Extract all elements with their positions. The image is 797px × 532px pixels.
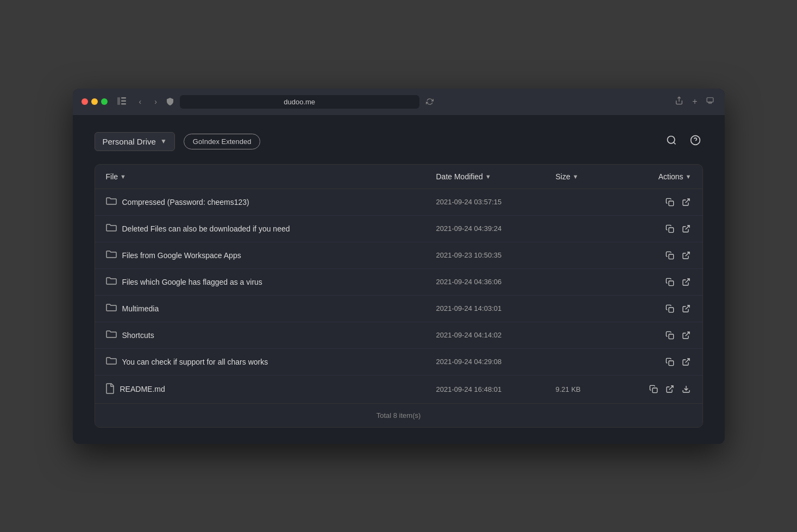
date-cell: 2021-09-23 10:50:35 <box>436 251 556 259</box>
copy-link-button[interactable] <box>664 356 675 367</box>
size-sort-arrow: ▼ <box>573 173 579 180</box>
open-external-button[interactable] <box>681 277 692 287</box>
open-external-button[interactable] <box>664 384 675 395</box>
minimize-traffic-light[interactable] <box>91 98 98 105</box>
actions-cell <box>621 223 692 234</box>
table-row[interactable]: Files from Google Workspace Apps 2021-09… <box>95 242 702 269</box>
share-button[interactable] <box>673 95 686 108</box>
file-icon <box>106 383 115 396</box>
svg-line-20 <box>685 305 689 309</box>
svg-line-24 <box>685 359 689 362</box>
file-name: Multimedia <box>106 303 436 314</box>
actions-cell <box>621 277 692 287</box>
file-name-text: Files which Google has flagged as a viru… <box>122 278 262 286</box>
total-items-label: Total 8 item(s) <box>376 411 421 420</box>
folder-icon <box>106 277 117 287</box>
copy-link-button[interactable] <box>664 303 675 314</box>
table-header: File ▼ Date Modified ▼ Size ▼ Actions ▼ <box>95 165 702 189</box>
date-column-header[interactable]: Date Modified ▼ <box>436 172 556 181</box>
address-bar[interactable] <box>180 95 419 109</box>
date-cell: 2021-09-24 16:48:01 <box>436 385 556 393</box>
goindex-badge[interactable]: GoIndex Extended <box>184 134 261 149</box>
file-name-text: Shortcuts <box>122 331 154 340</box>
help-button[interactable] <box>688 133 703 151</box>
table-row[interactable]: Compressed (Password: cheems123) 2021-09… <box>95 189 702 216</box>
file-name: Files from Google Workspace Apps <box>106 250 436 260</box>
svg-point-7 <box>667 136 674 143</box>
svg-rect-25 <box>652 388 657 393</box>
browser-window: ‹ › + <box>73 89 725 444</box>
sidebar-toggle-button[interactable] <box>114 96 129 108</box>
new-tab-button[interactable]: + <box>690 96 699 108</box>
open-external-button[interactable] <box>681 330 692 341</box>
file-icon <box>106 383 115 394</box>
open-external-button[interactable] <box>681 356 692 367</box>
open-external-button[interactable] <box>681 303 692 314</box>
download-icon <box>682 385 691 393</box>
file-column-header[interactable]: File ▼ <box>106 172 436 181</box>
svg-rect-21 <box>669 334 674 339</box>
folder-icon <box>106 197 117 205</box>
drive-selector[interactable]: Personal Drive ▼ <box>95 132 175 151</box>
copy-link-button[interactable] <box>664 277 675 287</box>
table-row[interactable]: README.md 2021-09-24 16:48:01 9.21 KB <box>95 375 702 403</box>
folder-icon <box>106 223 117 232</box>
open-external-button[interactable] <box>681 223 692 234</box>
copy-icon <box>666 358 674 366</box>
file-name-text: Multimedia <box>122 304 159 313</box>
table-footer: Total 8 item(s) <box>95 403 702 427</box>
download-button[interactable] <box>681 384 692 395</box>
copy-link-button[interactable] <box>664 250 675 261</box>
copy-link-button[interactable] <box>664 330 675 341</box>
copy-link-button[interactable] <box>664 223 675 234</box>
file-name-text: Compressed (Password: cheems123) <box>122 198 249 206</box>
date-cell: 2021-09-24 04:29:08 <box>436 358 556 366</box>
svg-line-14 <box>685 226 689 229</box>
table-row[interactable]: You can check if support for all chars w… <box>95 349 702 375</box>
back-button[interactable]: ‹ <box>136 96 145 107</box>
folder-icon <box>106 303 117 314</box>
external-link-icon <box>682 224 691 233</box>
svg-rect-1 <box>121 97 126 99</box>
size-column-header[interactable]: Size ▼ <box>556 172 621 181</box>
folder-icon <box>106 356 117 367</box>
svg-rect-23 <box>669 361 674 366</box>
svg-rect-0 <box>117 97 120 105</box>
copy-link-button[interactable] <box>664 197 675 208</box>
open-external-button[interactable] <box>681 197 692 208</box>
file-name: README.md <box>106 383 436 396</box>
table-row[interactable]: Multimedia 2021-09-24 14:03:01 <box>95 296 702 322</box>
svg-rect-13 <box>669 228 674 233</box>
search-button[interactable] <box>664 133 679 151</box>
svg-rect-2 <box>121 100 126 102</box>
file-name: Compressed (Password: cheems123) <box>106 197 436 207</box>
date-sort-arrow: ▼ <box>485 173 491 180</box>
table-row[interactable]: Shortcuts 2021-09-24 04:14:02 <box>95 322 702 349</box>
actions-column-header[interactable]: Actions ▼ <box>621 172 692 181</box>
date-cell: 2021-09-24 04:14:02 <box>436 331 556 339</box>
folder-icon <box>106 277 117 285</box>
table-row[interactable]: Files which Google has flagged as a viru… <box>95 269 702 296</box>
table-row[interactable]: Deleted Files can also be downloaded if … <box>95 216 702 242</box>
shield-icon <box>167 98 173 105</box>
folder-icon <box>106 330 117 339</box>
close-traffic-light[interactable] <box>81 98 88 105</box>
date-cell: 2021-09-24 14:03:01 <box>436 304 556 312</box>
copy-link-button[interactable] <box>648 384 659 395</box>
external-link-icon <box>682 251 691 260</box>
copy-icon <box>649 385 658 393</box>
open-external-button[interactable] <box>681 250 692 261</box>
reload-icon[interactable] <box>426 98 434 105</box>
file-sort-arrow: ▼ <box>120 173 126 180</box>
forward-button[interactable]: › <box>151 96 160 107</box>
tab-overview-button[interactable] <box>704 96 716 108</box>
maximize-traffic-light[interactable] <box>101 98 108 105</box>
svg-line-12 <box>685 199 689 203</box>
browser-chrome: ‹ › + <box>73 89 725 116</box>
copy-icon <box>666 251 674 260</box>
copy-icon <box>666 331 674 340</box>
svg-line-26 <box>669 386 673 390</box>
svg-rect-17 <box>669 281 674 286</box>
folder-icon <box>106 303 117 312</box>
browser-actions: + <box>673 95 716 108</box>
